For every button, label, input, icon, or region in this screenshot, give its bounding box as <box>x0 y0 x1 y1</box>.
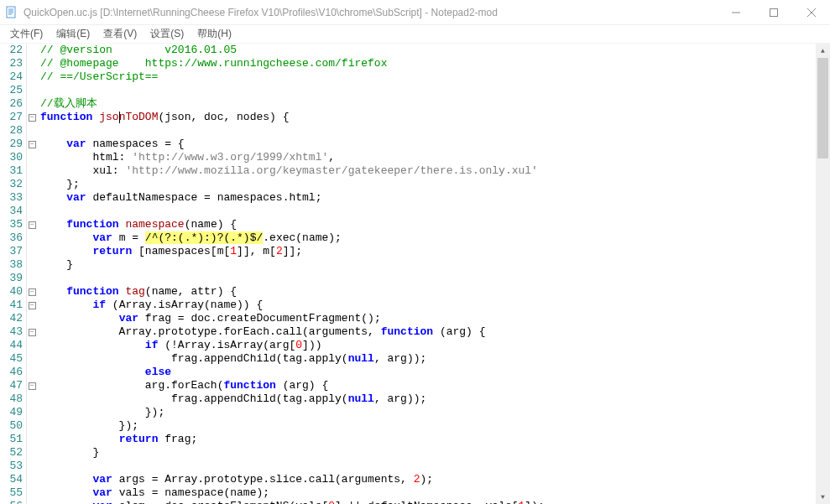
code-line[interactable]: return [namespaces[m[1]], m[2]]; <box>37 245 816 258</box>
fold-marker <box>27 406 37 419</box>
fold-marker <box>27 97 37 111</box>
line-number: 38 <box>0 258 26 272</box>
code-line[interactable]: return frag; <box>37 433 816 446</box>
code-line[interactable]: var args = Array.prototype.slice.call(ar… <box>37 473 816 486</box>
fold-marker[interactable]: − <box>27 138 37 151</box>
close-button[interactable] <box>792 0 830 24</box>
line-number: 39 <box>0 272 26 285</box>
code-line[interactable]: // @version v2016.01.05 <box>37 44 816 57</box>
line-number: 49 <box>0 406 26 419</box>
fold-marker <box>27 178 37 191</box>
fold-marker[interactable]: − <box>27 325 37 339</box>
fold-marker <box>27 70 37 84</box>
code-area[interactable]: // @version v2016.01.05// @homepage http… <box>37 44 816 504</box>
fold-marker[interactable]: − <box>27 379 37 392</box>
line-number: 41 <box>0 299 26 312</box>
titlebar: QuickOpen.uc.js [D:\Internet\RunningChee… <box>0 0 830 25</box>
line-number: 36 <box>0 231 26 245</box>
code-line[interactable]: xul: 'http://www.mozilla.org/keymaster/g… <box>37 164 816 178</box>
vertical-scrollbar[interactable]: ▲ ▼ <box>816 44 830 504</box>
code-line[interactable]: }); <box>37 406 816 419</box>
code-line[interactable]: arg.forEach(function (arg) { <box>37 379 816 392</box>
line-number: 46 <box>0 366 26 379</box>
code-line[interactable]: // @homepage https://www.runningcheese.c… <box>37 57 816 70</box>
scrollbar-thumb[interactable] <box>817 58 828 158</box>
text-cursor <box>119 112 120 123</box>
code-line[interactable]: function tag(name, attr) { <box>37 285 816 299</box>
minimize-button[interactable] <box>717 0 754 24</box>
fold-marker <box>27 191 37 205</box>
fold-marker <box>27 339 37 352</box>
line-number: 40 <box>0 285 26 299</box>
code-line[interactable] <box>37 84 816 97</box>
line-number: 51 <box>0 433 26 446</box>
code-line[interactable]: function jsonToDOM(json, doc, nodes) { <box>37 111 816 124</box>
scrollbar-track[interactable] <box>816 58 830 490</box>
scroll-down-button[interactable]: ▼ <box>816 490 830 504</box>
fold-marker[interactable]: − <box>27 285 37 299</box>
line-number: 26 <box>0 97 26 111</box>
fold-marker <box>27 164 37 178</box>
menu-settings[interactable]: 设置(S) <box>144 25 191 43</box>
code-line[interactable]: }); <box>37 419 816 433</box>
line-number: 53 <box>0 460 26 473</box>
code-line[interactable]: var m = /^(?:(.*):)?(.*)$/.exec(name); <box>37 231 816 245</box>
menu-view[interactable]: 查看(V) <box>97 25 144 43</box>
menu-edit[interactable]: 编辑(E) <box>50 25 97 43</box>
fold-marker <box>27 205 37 218</box>
fold-marker <box>27 486 37 500</box>
app-icon <box>5 6 18 19</box>
menu-help[interactable]: 帮助(H) <box>191 25 238 43</box>
fold-marker <box>27 366 37 379</box>
code-line[interactable]: else <box>37 366 816 379</box>
line-number: 54 <box>0 473 26 486</box>
fold-marker[interactable]: − <box>27 299 37 312</box>
code-line[interactable]: html: 'http://www.w3.org/1999/xhtml', <box>37 151 816 164</box>
line-number: 31 <box>0 164 26 178</box>
fold-marker <box>27 272 37 285</box>
code-line[interactable]: // ==/UserScript== <box>37 70 816 84</box>
line-number: 34 <box>0 205 26 218</box>
fold-marker <box>27 231 37 245</box>
fold-marker <box>27 151 37 164</box>
fold-marker <box>27 258 37 272</box>
code-line[interactable]: //载入脚本 <box>37 97 816 111</box>
code-line[interactable]: } <box>37 258 816 272</box>
fold-marker <box>27 44 37 57</box>
code-line[interactable] <box>37 205 816 218</box>
code-line[interactable]: }; <box>37 178 816 191</box>
fold-marker <box>27 245 37 258</box>
fold-marker <box>27 446 37 460</box>
maximize-button[interactable] <box>754 0 792 24</box>
code-line[interactable] <box>37 124 816 138</box>
code-line[interactable]: frag.appendChild(tag.apply(null, arg)); <box>37 352 816 366</box>
menubar: 文件(F) 编辑(E) 查看(V) 设置(S) 帮助(H) <box>0 25 830 44</box>
code-line[interactable]: var namespaces = { <box>37 138 816 151</box>
scroll-up-button[interactable]: ▲ <box>816 44 830 58</box>
code-line[interactable] <box>37 272 816 285</box>
code-line[interactable]: Array.prototype.forEach.call(arguments, … <box>37 325 816 339</box>
code-line[interactable]: if (!Array.isArray(arg[0])) <box>37 339 816 352</box>
line-number: 32 <box>0 178 26 191</box>
line-number: 28 <box>0 124 26 138</box>
line-number: 23 <box>0 57 26 70</box>
line-number: 47 <box>0 379 26 392</box>
window-controls <box>717 0 830 24</box>
fold-marker[interactable]: − <box>27 218 37 231</box>
code-line[interactable]: var vals = namespace(name); <box>37 486 816 500</box>
code-line[interactable]: function namespace(name) { <box>37 218 816 231</box>
code-line[interactable]: var elem = doc.createElementNS(vals[0] |… <box>37 500 816 504</box>
code-line[interactable]: } <box>37 446 816 460</box>
fold-marker <box>27 500 37 504</box>
code-line[interactable]: var defaultNamespace = namespaces.html; <box>37 191 816 205</box>
line-number-gutter: 2223242526272829303132333435363738394041… <box>0 44 27 504</box>
line-number: 22 <box>0 44 26 57</box>
fold-marker[interactable]: − <box>27 111 37 124</box>
code-line[interactable] <box>37 460 816 473</box>
menu-file[interactable]: 文件(F) <box>3 25 50 43</box>
code-line[interactable]: if (Array.isArray(name)) { <box>37 299 816 312</box>
code-line[interactable]: var frag = doc.createDocumentFragment(); <box>37 312 816 325</box>
fold-marker <box>27 352 37 366</box>
code-line[interactable]: frag.appendChild(tag.apply(null, arg)); <box>37 392 816 406</box>
fold-marker <box>27 84 37 97</box>
